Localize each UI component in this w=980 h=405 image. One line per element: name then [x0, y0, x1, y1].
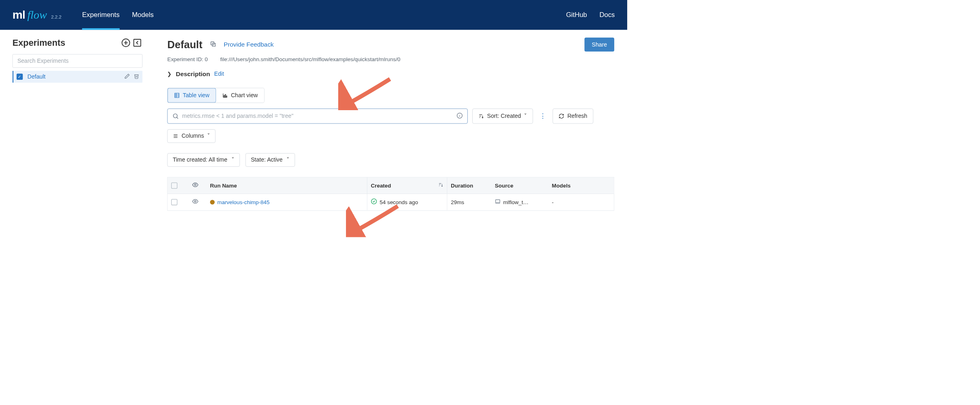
search-help-icon[interactable]: [456, 113, 462, 120]
chart-view-label: Chart view: [231, 92, 258, 99]
description-toggle-icon[interactable]: ❯: [167, 71, 172, 77]
visibility-header-icon[interactable]: [192, 181, 199, 190]
search-experiments-input[interactable]: [13, 54, 142, 68]
duration-value: 29ms: [447, 199, 491, 205]
description-label: Description: [176, 70, 210, 77]
nav-docs[interactable]: Docs: [599, 11, 615, 19]
add-experiment-icon[interactable]: [121, 38, 131, 48]
refresh-button[interactable]: Refresh: [553, 109, 594, 124]
col-run-name[interactable]: Run Name: [206, 182, 367, 188]
svg-rect-6: [175, 93, 179, 98]
source-value: mlflow_t…: [503, 199, 529, 205]
nav-right: GitHub Docs: [566, 11, 615, 19]
artifact-location: file:///Users/john.smith/Documents/src/m…: [220, 56, 400, 62]
nav-experiments[interactable]: Experiments: [82, 0, 119, 30]
logo[interactable]: mllow 2.2.2: [13, 8, 62, 21]
columns-button[interactable]: Columns ˅: [167, 129, 215, 143]
content: Default Provide Feedback Share Experimen…: [152, 30, 627, 211]
table-header-row: Run Name Created Duration Source Models: [168, 177, 614, 194]
state-filter-label: State: Active: [251, 157, 282, 164]
experiment-checkbox[interactable]: ✓: [17, 74, 23, 80]
annotation-arrow-chart-view: [338, 74, 395, 111]
chart-view-tab[interactable]: Chart view: [216, 88, 264, 103]
status-finished-icon: [371, 198, 377, 206]
refresh-label: Refresh: [567, 113, 587, 119]
chevron-down-icon: ˅: [231, 157, 234, 164]
nav-github[interactable]: GitHub: [566, 11, 587, 19]
svg-point-30: [194, 200, 196, 202]
col-models[interactable]: Models: [548, 182, 592, 188]
row-checkbox[interactable]: [171, 199, 177, 205]
svg-rect-3: [134, 39, 141, 46]
table-view-label: Table view: [183, 92, 210, 99]
table-row[interactable]: marvelous-chimp-845 54 seconds ago 29ms …: [168, 194, 614, 211]
logo-flow: low: [27, 8, 47, 21]
copy-icon[interactable]: [210, 40, 216, 48]
col-source[interactable]: Source: [491, 182, 548, 188]
svg-line-16: [177, 117, 178, 118]
more-actions-icon[interactable]: ⋮: [538, 109, 548, 124]
logo-version: 2.2.2: [51, 15, 62, 20]
col-duration[interactable]: Duration: [447, 182, 491, 188]
run-name-link[interactable]: marvelous-chimp-845: [217, 199, 269, 205]
nav-models[interactable]: Models: [132, 0, 154, 30]
view-tabs: Table view Chart view: [167, 88, 264, 103]
sidebar-title: Experiments: [13, 38, 66, 48]
runs-search-input-wrap[interactable]: [167, 109, 467, 124]
delete-experiment-icon[interactable]: [134, 73, 139, 80]
models-value: -: [548, 199, 592, 205]
svg-rect-13: [225, 94, 226, 97]
sort-desc-icon: [438, 182, 443, 189]
sidebar: Experiments ✓ Default: [0, 30, 152, 211]
created-value: 54 seconds ago: [380, 199, 418, 205]
svg-rect-14: [226, 96, 227, 98]
time-filter-label: Time created: All time: [173, 157, 227, 164]
search-icon: [172, 113, 179, 119]
sort-label: Sort: Created: [487, 113, 521, 119]
col-created[interactable]: Created: [367, 177, 447, 194]
topbar: mllow 2.2.2 Experiments Models GitHub Do…: [0, 0, 627, 30]
visibility-icon[interactable]: [192, 198, 199, 206]
sort-button[interactable]: Sort: Created ˅: [472, 109, 533, 124]
svg-rect-32: [496, 200, 500, 202]
state-filter[interactable]: State: Active ˅: [246, 153, 295, 166]
run-color-dot: [210, 200, 215, 205]
svg-point-15: [173, 114, 177, 118]
source-notebook-icon: [495, 198, 501, 205]
svg-point-26: [194, 184, 196, 185]
primary-nav: Experiments Models: [82, 0, 154, 30]
sidebar-experiment-item[interactable]: ✓ Default: [13, 71, 142, 83]
chevron-down-icon: ˅: [207, 133, 210, 140]
experiment-name[interactable]: Default: [28, 73, 124, 80]
columns-label: Columns: [182, 133, 204, 140]
columns-icon: [173, 133, 178, 139]
select-all-checkbox[interactable]: [171, 182, 177, 188]
share-button[interactable]: Share: [585, 38, 614, 52]
page-title: Default: [167, 39, 202, 51]
edit-experiment-icon[interactable]: [124, 73, 130, 80]
time-created-filter[interactable]: Time created: All time ˅: [167, 153, 240, 166]
runs-table: Run Name Created Duration Source Models: [167, 177, 614, 211]
svg-point-31: [371, 199, 377, 204]
collapse-sidebar-icon[interactable]: [132, 38, 142, 48]
svg-rect-12: [224, 96, 225, 98]
provide-feedback-link[interactable]: Provide Feedback: [224, 41, 274, 48]
sort-icon: [478, 113, 484, 119]
logo-ml: ml: [13, 8, 25, 21]
table-view-tab[interactable]: Table view: [168, 88, 216, 103]
edit-description-link[interactable]: Edit: [214, 70, 224, 77]
runs-search-input[interactable]: [182, 113, 456, 119]
chevron-down-icon: ˅: [524, 113, 527, 119]
refresh-icon: [558, 113, 564, 119]
chevron-down-icon: ˅: [286, 157, 289, 164]
experiment-id-label: Experiment ID: 0: [167, 56, 208, 62]
